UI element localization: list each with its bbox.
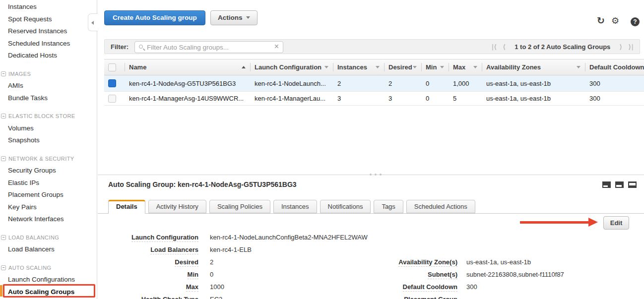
tab-notifications[interactable]: Notifications [320,200,371,213]
collapse-section-icon[interactable] [1,235,6,240]
sidebar-item-scheduled-instances[interactable]: Scheduled Instances [0,38,97,50]
column-header-max[interactable]: Max [449,60,482,75]
row-checkbox[interactable] [108,95,116,103]
filter-search-box[interactable]: × [134,41,283,53]
column-menu-icon[interactable] [376,66,380,68]
section-header-label: AUTO SCALING [8,265,52,271]
edit-button[interactable]: Edit [603,216,629,230]
sidebar-item-auto-scaling-groups[interactable]: Auto Scaling Groups [0,286,97,299]
column-header-desired[interactable]: Desired [385,60,422,75]
field-label-desired: Desired [175,258,198,267]
cell-default-cooldown: 300 [585,92,644,105]
sidebar-item-reserved-instances[interactable]: Reserved Instances [0,25,97,38]
details-fields-right: Availability Zone(s) us-east-1a, us-east… [362,256,564,299]
cell-desired: 3 [385,92,422,105]
column-header-instances[interactable]: Instances [333,60,385,75]
table-row[interactable]: ken-rc4-1-NodeAsg-G5TU3P561BG3 ken-rc4-1… [104,75,644,92]
actions-button[interactable]: Actions [210,10,258,25]
collapse-section-icon[interactable] [1,71,6,76]
pane-resize-handle[interactable] [367,173,385,177]
column-menu-icon[interactable] [440,66,444,68]
column-label: Min [426,63,437,71]
cell-launch-configuration: ken-rc4-1-NodeLaunch... [251,75,333,91]
collapse-section-icon[interactable] [1,156,6,161]
tab-instances[interactable]: Instances [273,200,317,213]
column-menu-icon[interactable] [324,66,328,68]
cell-name: ken-rc4-1-ManagerAsg-14US9WWCR... [125,92,251,105]
filter-search-input[interactable] [147,42,271,52]
column-label: Instances [337,63,367,71]
chevron-left-icon [91,21,94,25]
sidebar-section-network-security[interactable]: NETWORK & SECURITY [0,153,97,165]
field-value-min: 0 [210,271,213,278]
refresh-icon[interactable]: ↻ [597,15,605,26]
chevron-down-icon [246,16,250,19]
cell-desired: 2 [385,75,422,91]
pagination-next-icon[interactable]: ⟩ [619,43,622,51]
column-header-launch-configuration[interactable]: Launch Configuration [251,60,333,75]
sidebar-item-network-interfaces[interactable]: Network Interfaces [0,213,97,226]
sidebar-item-key-pairs[interactable]: Key Pairs [0,201,97,214]
row-checkbox[interactable] [108,79,116,87]
cell-launch-configuration: ken-rc4-1-ManagerLau... [251,92,333,105]
tab-tags[interactable]: Tags [374,200,403,213]
column-menu-icon[interactable] [577,66,580,68]
sidebar-section-load-balancing[interactable]: LOAD BALANCING [0,232,97,244]
gear-icon[interactable]: ⚙ [611,15,619,26]
field-label-max: Max [186,283,198,292]
sidebar-section-elastic-block-store[interactable]: ELASTIC BLOCK STORE [0,110,97,122]
sidebar-item-security-groups[interactable]: Security Groups [0,165,97,177]
column-menu-icon[interactable] [413,66,417,68]
sidebar-item-instances[interactable]: Instances [0,1,97,13]
create-auto-scaling-group-button[interactable]: Create Auto Scaling group [104,10,205,25]
pagination-last-icon[interactable]: ⟩| [628,43,634,51]
section-header-label: ELASTIC BLOCK STORE [8,113,75,119]
detail-tabs: Details Activity History Scaling Policie… [108,200,475,214]
clear-filter-icon[interactable]: × [274,42,279,51]
cell-instances: 2 [333,75,385,91]
collapse-section-icon[interactable] [1,114,6,119]
column-header-min[interactable]: Min [422,60,449,75]
column-menu-icon[interactable] [473,66,477,68]
pagination: |⟨ ⟨ 1 to 2 of 2 Auto Scaling Groups ⟩ ⟩… [492,40,634,54]
tab-activity-history[interactable]: Activity History [148,200,206,213]
pagination-first-icon[interactable]: |⟨ [492,43,497,51]
field-value-desired: 2 [210,258,213,266]
sidebar-item-spot-requests[interactable]: Spot Requests [0,13,97,26]
sidebar-item-bundle-tasks[interactable]: Bundle Tasks [0,92,97,105]
layout-split-half-icon[interactable] [615,181,624,188]
column-header-name[interactable]: Name [125,60,251,75]
collapse-section-icon[interactable] [1,265,6,270]
sidebar-section-auto-scaling[interactable]: AUTO SCALING [0,262,97,274]
sidebar-item-launch-configurations[interactable]: Launch Configurations [0,274,97,286]
detail-panel-title: Auto Scaling Group: ken-rc4-1-NodeAsg-G5… [108,180,297,188]
sidebar-item-volumes[interactable]: Volumes [0,122,97,135]
select-all-checkbox[interactable] [108,63,116,71]
help-icon[interactable]: ? [631,17,640,26]
sidebar-item-amis[interactable]: AMIs [0,80,97,92]
cell-max: 5 [449,92,482,105]
cell-name: ken-rc4-1-NodeAsg-G5TU3P561BG3 [125,75,251,91]
sidebar-item-dedicated-hosts[interactable]: Dedicated Hosts [0,50,97,62]
cell-max: 1,000 [449,75,482,91]
actions-button-label: Actions [218,14,243,21]
sidebar-item-load-balancers[interactable]: Load Balancers [0,243,97,256]
sidebar-collapse-tab[interactable] [88,13,98,31]
pagination-prev-icon[interactable]: ⟨ [503,43,506,51]
column-header-default-cooldown[interactable]: Default Cooldown [585,60,644,75]
layout-bottom-small-icon[interactable] [602,181,611,188]
sidebar-item-snapshots[interactable]: Snapshots [0,134,97,147]
column-header-availability-zones[interactable]: Availability Zones [482,60,585,75]
sidebar-section-images[interactable]: IMAGES [0,68,97,80]
tab-scaling-policies[interactable]: Scaling Policies [209,200,270,213]
table-row[interactable]: ken-rc4-1-ManagerAsg-14US9WWCR... ken-rc… [104,92,644,106]
tab-details[interactable]: Details [108,200,145,214]
tab-scheduled-actions[interactable]: Scheduled Actions [406,200,475,213]
field-value-health-check-type: EC2 [210,296,222,299]
sidebar-item-placement-groups[interactable]: Placement Groups [0,189,97,201]
annotation-arrow-head [588,218,598,227]
layout-bottom-large-icon[interactable] [628,181,637,188]
sidebar-item-elastic-ips[interactable]: Elastic IPs [0,177,97,189]
field-label-health-check-type: Health Check Type [141,296,198,299]
filter-bar: Filter: × |⟨ ⟨ 1 to 2 of 2 Auto Scaling … [104,39,640,54]
